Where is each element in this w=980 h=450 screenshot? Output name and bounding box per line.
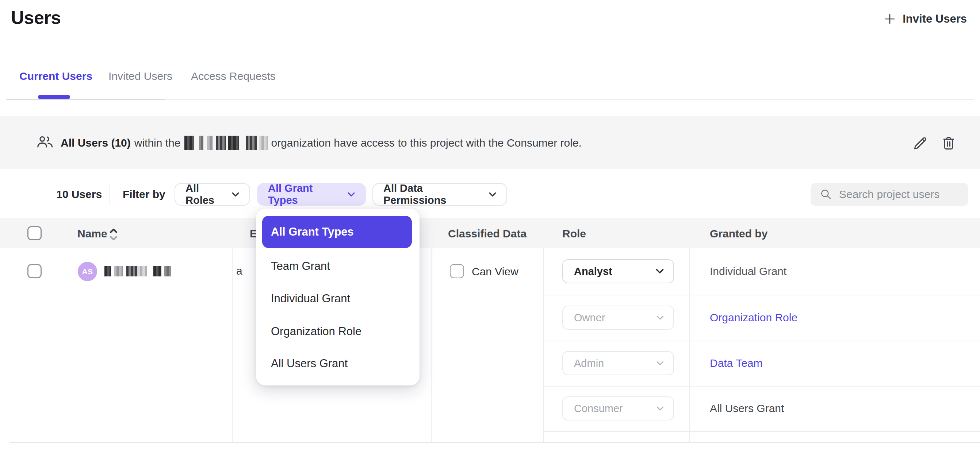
chevron-down-icon (232, 192, 239, 197)
all-data-permissions-filter[interactable]: All Data Permissions (372, 183, 507, 206)
role-select-analyst[interactable]: Analyst (562, 259, 674, 284)
can-view-label: Can View (472, 266, 519, 278)
tab-invited-users[interactable]: Invited Users (108, 70, 172, 82)
users-group-icon (37, 135, 53, 149)
redacted-user-name (104, 266, 171, 276)
search-input[interactable] (839, 188, 956, 201)
granted-by-organization-role-link[interactable]: Organization Role (710, 311, 797, 325)
chevron-down-icon (489, 192, 496, 197)
grant-row-divider (543, 341, 980, 341)
chevron-down-icon (657, 361, 664, 366)
role-select-admin: Admin (562, 351, 674, 375)
all-grant-types-filter[interactable]: All Grant Types (257, 183, 366, 206)
column-divider (543, 248, 544, 442)
plus-icon (884, 13, 896, 25)
invite-users-button[interactable]: Invite Users (884, 13, 967, 25)
dropdown-item-all-grant-types[interactable]: All Grant Types (262, 216, 412, 248)
grant-row-divider (543, 431, 980, 432)
dropdown-item-organization-role[interactable]: Organization Role (271, 324, 361, 339)
filter-by-label: Filter by (123, 188, 165, 201)
grant-types-dropdown-menu: All Grant Types Team Grant Individual Gr… (256, 209, 420, 385)
search-project-users[interactable] (811, 183, 968, 206)
banner-text-bold: All Users (10) (60, 137, 131, 149)
column-header-role: Role (562, 227, 586, 241)
role-select-value: Consumer (574, 402, 623, 415)
chevron-down-icon (348, 192, 355, 197)
tab-current-users[interactable]: Current Users (19, 70, 92, 82)
row-checkbox[interactable] (27, 264, 41, 278)
chevron-down-icon (657, 315, 664, 320)
granted-by-all-users-grant: All Users Grant (710, 401, 784, 415)
select-all-checkbox[interactable] (27, 226, 41, 240)
trash-icon (941, 136, 956, 151)
delete-banner-button[interactable] (941, 136, 956, 151)
active-tab-indicator (38, 95, 70, 99)
tabs-divider-line-dark (6, 99, 165, 100)
granted-by-individual-grant: Individual Grant (710, 265, 786, 278)
grant-row-divider (543, 386, 980, 387)
column-divider (232, 248, 232, 442)
avatar: AS (78, 262, 97, 281)
edit-banner-button[interactable] (912, 136, 928, 151)
search-icon (820, 189, 832, 200)
role-select-value: Owner (574, 312, 605, 324)
pencil-icon (912, 136, 928, 151)
banner-text-end: organization have access to this project… (271, 137, 582, 149)
dropdown-item-individual-grant[interactable]: Individual Grant (271, 292, 350, 306)
all-data-permissions-label: All Data Permissions (383, 182, 483, 206)
invite-users-label: Invite Users (903, 13, 967, 25)
can-view-checkbox[interactable] (450, 264, 464, 278)
all-grant-types-label: All Grant Types (268, 182, 342, 206)
banner-text-mid: within the (134, 137, 181, 149)
role-select-value: Analyst (574, 266, 612, 277)
role-select-value: Admin (574, 357, 604, 369)
dropdown-item-all-users-grant[interactable]: All Users Grant (271, 356, 348, 371)
toolbar-divider (110, 184, 110, 204)
banner-text: All Users (10) within the organization h… (60, 136, 582, 150)
column-header-name[interactable]: Name (77, 227, 107, 241)
email-fragment: a (236, 265, 242, 277)
granted-by-data-team-link[interactable]: Data Team (710, 356, 763, 370)
grant-row-divider (543, 295, 980, 295)
column-divider (689, 248, 690, 442)
all-roles-label: All Roles (186, 182, 226, 206)
user-row-bottom-border (10, 442, 980, 443)
column-divider (431, 248, 431, 442)
redacted-organization-name (185, 136, 268, 150)
sort-icon[interactable] (109, 228, 118, 241)
role-select-owner: Owner (562, 306, 674, 330)
page-title: Users (11, 7, 61, 29)
column-header-classified-data: Classified Data (448, 227, 527, 241)
chevron-down-icon (656, 269, 664, 274)
column-header-granted-by: Granted by (710, 227, 767, 241)
chevron-down-icon (657, 406, 664, 411)
tab-access-requests[interactable]: Access Requests (191, 70, 276, 82)
all-roles-filter[interactable]: All Roles (175, 183, 250, 206)
users-page: Users Invite Users Current Users Invited… (0, 0, 980, 450)
user-count: 10 Users (56, 188, 102, 201)
dropdown-item-team-grant[interactable]: Team Grant (271, 259, 330, 274)
role-select-consumer: Consumer (562, 396, 674, 420)
